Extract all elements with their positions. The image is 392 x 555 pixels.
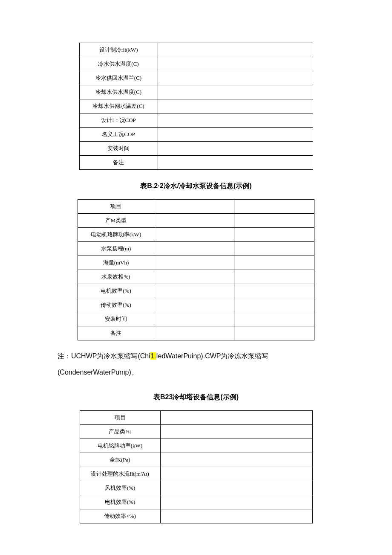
row-label: 产M类型 xyxy=(78,214,154,228)
row-value xyxy=(160,495,312,509)
table-row: 项目 xyxy=(78,200,314,214)
table-row: 电机效率(%) xyxy=(78,284,314,298)
row-label: 安装时间 xyxy=(79,142,158,156)
row-value xyxy=(158,142,313,156)
row-value xyxy=(160,467,312,481)
table-row: 冷水供回水温兰(C) xyxy=(79,71,313,85)
row-value xyxy=(158,99,313,113)
row-label: 备注 xyxy=(79,156,158,170)
row-value xyxy=(160,439,312,453)
row-label: 冷却水供网水温差(C) xyxy=(79,99,158,113)
row-value xyxy=(234,242,314,256)
table-row: 冷却水供水温度(C) xyxy=(79,85,313,99)
row-value xyxy=(158,128,313,142)
row-value xyxy=(158,43,313,57)
table-row: 备注 xyxy=(79,156,313,170)
row-value xyxy=(158,57,313,71)
table-row: 传动效率<%) xyxy=(80,509,312,523)
row-label: 设计制冷fit(kW) xyxy=(79,43,158,57)
row-value xyxy=(154,256,234,270)
row-label: 产品类⅞t xyxy=(80,424,160,439)
row-label: 安装时间 xyxy=(78,312,154,326)
row-value xyxy=(154,200,234,214)
table-row: 安装时间 xyxy=(78,312,314,326)
table-row: 电机效率(%) xyxy=(80,495,312,509)
table-row: 全IK(Pa) xyxy=(80,453,312,467)
row-value xyxy=(158,156,313,170)
row-value xyxy=(160,453,312,467)
row-value xyxy=(160,509,312,523)
note-mid: IedWaterPuinp).CWP为冷冻水泵缩写 xyxy=(156,352,268,360)
table-chiller-info: 设计制冷fit(kW) 冷水供水湿度(C) 冷水供回水温兰(C) 冷却水供水温度… xyxy=(79,43,313,170)
row-label: 电机效率(%) xyxy=(78,284,154,298)
row-label: 水泉效相%) xyxy=(78,270,154,284)
table-row: 设计I：况COP xyxy=(79,113,313,128)
row-value xyxy=(154,270,234,284)
table-row: 风机效率(%) xyxy=(80,481,312,495)
row-value xyxy=(234,298,314,312)
table-row: 产M类型 xyxy=(78,214,314,228)
row-value xyxy=(160,410,312,424)
table-row: 项目 xyxy=(80,410,312,424)
row-value xyxy=(234,270,314,284)
row-value xyxy=(154,228,234,242)
table-row: 冷水供水湿度(C) xyxy=(79,57,313,71)
row-value xyxy=(234,312,314,326)
row-value xyxy=(234,200,314,214)
table-row: 传动效率(%) xyxy=(78,298,314,312)
table-pump-info: 项目 产M类型 电动机珞牌功率(kW) 水泵扬程(m) 海量(mVh) 水泉效相… xyxy=(78,199,314,340)
table-row: 电动机珞牌功率(kW) xyxy=(78,228,314,242)
row-value xyxy=(234,256,314,270)
row-value xyxy=(154,312,234,326)
row-label: 设计I：况COP xyxy=(79,113,158,128)
table-row: 设计制冷fit(kW) xyxy=(79,43,313,57)
row-label: 传动效率(%) xyxy=(78,298,154,312)
row-value xyxy=(158,113,313,128)
row-value xyxy=(154,284,234,298)
row-value xyxy=(234,214,314,228)
row-label: 冷却水供水温度(C) xyxy=(79,85,158,99)
row-value xyxy=(158,71,313,85)
table-row: 冷却水供网水温差(C) xyxy=(79,99,313,113)
row-label: 全IK(Pa) xyxy=(80,453,160,467)
row-value xyxy=(234,326,314,340)
row-label: 电机效率(%) xyxy=(80,495,160,509)
row-value xyxy=(160,424,312,439)
row-value xyxy=(158,85,313,99)
table-row: 备注 xyxy=(78,326,314,340)
row-label: 风机效率(%) xyxy=(80,481,160,495)
table-cooling-tower-info: 项目 产品类⅞t 电机铭牌功率(kW) 全IK(Pa) 设计处理的水流fit(m… xyxy=(80,410,313,523)
footnote: 注：UCHWP为冷水泵缩写(Chi1.IedWaterPuinp).CWP为冷冻… xyxy=(58,348,334,381)
row-label: 水泵扬程(m) xyxy=(78,242,154,256)
row-label: 电动机珞牌功率(kW) xyxy=(78,228,154,242)
table-caption-b23: 表B23冷却塔设备信息(示例) xyxy=(58,393,334,402)
row-label: 冷水供水湿度(C) xyxy=(79,57,158,71)
row-label: 项目 xyxy=(78,200,154,214)
table-caption-b22: 表B.2·2冷水/冷却水泵设备信息(示例) xyxy=(58,182,334,191)
row-value xyxy=(234,228,314,242)
table-row: 安装时间 xyxy=(79,142,313,156)
table-row: 名义工况COP xyxy=(79,128,313,142)
table-row: 海量(mVh) xyxy=(78,256,314,270)
table-row: 设计处理的水流fit(m'Λι) xyxy=(80,467,312,481)
row-label: 传动效率<%) xyxy=(80,509,160,523)
table-row: 水泉效相%) xyxy=(78,270,314,284)
row-value xyxy=(154,298,234,312)
row-label: 冷水供回水温兰(C) xyxy=(79,71,158,85)
row-label: 名义工况COP xyxy=(79,128,158,142)
note-line2: (CondenserWaterPump)。 xyxy=(58,369,138,376)
row-label: 电机铭牌功率(kW) xyxy=(80,439,160,453)
row-value xyxy=(234,284,314,298)
row-label: 海量(mVh) xyxy=(78,256,154,270)
row-value xyxy=(160,481,312,495)
table-row: 水泵扬程(m) xyxy=(78,242,314,256)
row-value xyxy=(154,214,234,228)
table-row: 电机铭牌功率(kW) xyxy=(80,439,312,453)
row-label: 备注 xyxy=(78,326,154,340)
table-row: 产品类⅞t xyxy=(80,424,312,439)
highlighted-text: 1. xyxy=(150,352,156,360)
row-label: 设计处理的水流fit(m'Λι) xyxy=(80,467,160,481)
row-value xyxy=(154,326,234,340)
note-prefix: 注：UCHWP为冷水泵缩写(Chi xyxy=(58,352,150,360)
row-value xyxy=(154,242,234,256)
